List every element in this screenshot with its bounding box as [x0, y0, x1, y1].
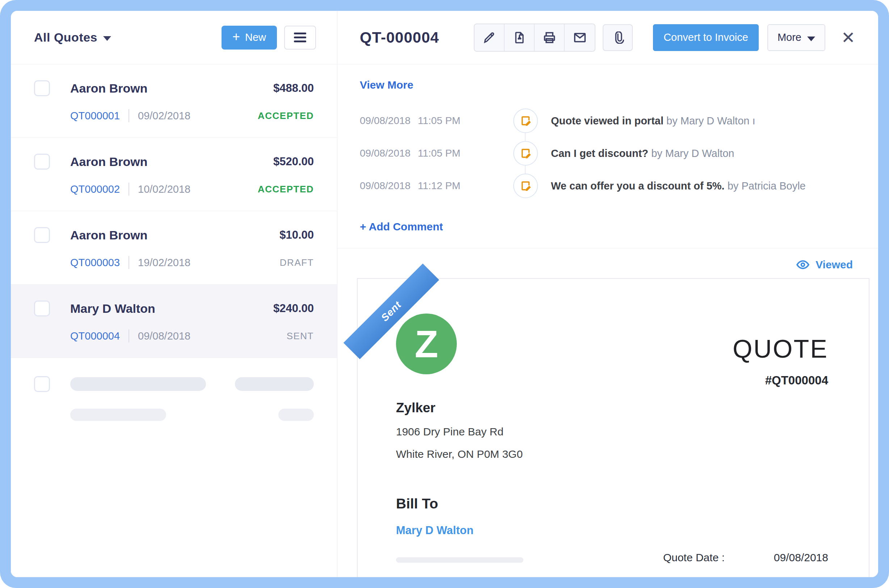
- quotes-list-header: All Quotes + New: [11, 11, 337, 64]
- quote-list-item-loading: [11, 358, 337, 439]
- close-icon[interactable]: ✕: [841, 29, 855, 46]
- quotes-filter-dropdown[interactable]: All Quotes: [34, 30, 111, 45]
- more-button[interactable]: More: [767, 24, 825, 51]
- add-comment-link[interactable]: + Add Comment: [360, 220, 443, 233]
- expiry-date-label: Expiry Date :: [662, 577, 725, 577]
- quote-customer-name: Aaron Brown: [70, 155, 147, 169]
- skeleton-bar: [278, 409, 314, 421]
- edit-button[interactable]: [475, 24, 505, 51]
- paperclip-icon: [612, 32, 624, 44]
- hamburger-icon: [294, 33, 306, 42]
- quote-date-label: Quote Date :: [663, 552, 725, 564]
- quote-amount: $488.00: [273, 82, 314, 95]
- viewed-label: Viewed: [815, 258, 853, 271]
- timeline-time: 11:05 PM: [418, 147, 460, 159]
- chevron-down-icon: [103, 36, 111, 41]
- quote-number-link[interactable]: QT000002: [70, 183, 120, 195]
- quote-date: 19/02/2018: [138, 257, 190, 268]
- quote-document-area: Sent Z QUOTE #QT000004 Zylker 1906 Dry P…: [337, 278, 878, 577]
- quote-list-item[interactable]: Aaron Brown $520.00 QT000002 10/02/2018 …: [11, 138, 337, 211]
- quote-document: Sent Z QUOTE #QT000004 Zylker 1906 Dry P…: [357, 278, 869, 577]
- new-quote-button[interactable]: + New: [221, 26, 277, 50]
- quote-list-item[interactable]: Aaron Brown $10.00 QT000003 19/02/2018 D…: [11, 211, 337, 285]
- quote-dates: Quote Date : 09/08/2018 Expiry Date : 17…: [662, 552, 828, 577]
- quotes-list: Aaron Brown $488.00 QT000001 09/02/2018 …: [11, 64, 337, 577]
- quote-date: 09/08/2018: [138, 330, 190, 342]
- quote-date-value: 09/08/2018: [745, 552, 828, 564]
- timeline-text: We can offer you a discount of 5%. by Pa…: [551, 180, 806, 192]
- timeline-timestamp: 09/08/2018 11:05 PM: [360, 115, 483, 127]
- skeleton-bar: [70, 409, 166, 421]
- company-address-line2: White River, ON P0M 3G0: [396, 448, 828, 460]
- skeleton-bar: [396, 557, 523, 562]
- status-badge: SENT: [287, 330, 314, 342]
- quote-document-header: Z QUOTE #QT000004: [396, 314, 828, 387]
- quote-number-link[interactable]: QT000001: [70, 110, 120, 122]
- pencil-icon: [483, 32, 496, 44]
- quote-amount: $240.00: [273, 302, 314, 315]
- logo-letter: Z: [415, 325, 438, 363]
- quote-number-link[interactable]: QT000004: [70, 330, 120, 342]
- quote-toolbar: [474, 24, 633, 52]
- quotes-filter-label: All Quotes: [34, 30, 97, 45]
- email-button[interactable]: [565, 24, 595, 51]
- window-frame: All Quotes + New Aaron Brown $488.00: [0, 0, 889, 588]
- expiry-date-value: 17/08/2018: [745, 577, 828, 577]
- printer-icon: [543, 31, 556, 44]
- print-button[interactable]: [535, 24, 565, 51]
- quote-date: 09/02/2018: [138, 110, 190, 122]
- quote-title: QT-000004: [360, 29, 439, 46]
- company-logo: Z: [396, 314, 457, 374]
- timeline-author: by Mary D Walton ı: [666, 115, 755, 127]
- divider: [128, 183, 129, 196]
- quote-customer-name: Aaron Brown: [70, 228, 147, 242]
- status-badge: ACCEPTED: [258, 110, 314, 122]
- plus-icon: +: [232, 30, 240, 44]
- timeline-entry: 09/08/2018 11:05 PM Can I get discount? …: [360, 141, 856, 166]
- status-badge: DRAFT: [280, 257, 314, 268]
- document-type-label: QUOTE: [733, 334, 828, 363]
- quote-checkbox[interactable]: [34, 154, 50, 170]
- activity-timeline: 09/08/2018 11:05 PM Quote viewed in port…: [360, 108, 856, 198]
- quote-document-meta: QUOTE #QT000004: [733, 334, 828, 387]
- pdf-file-icon: [513, 32, 526, 44]
- comment-note-icon: [513, 174, 538, 198]
- timeline-time: 11:05 PM: [418, 115, 460, 127]
- status-badge: ACCEPTED: [258, 184, 314, 195]
- attachment-button[interactable]: [603, 24, 633, 51]
- quote-checkbox[interactable]: [34, 376, 50, 392]
- skeleton-bar: [70, 377, 206, 391]
- timeline-text: Can I get discount? by Mary D Walton: [551, 147, 734, 159]
- convert-to-invoice-button[interactable]: Convert to Invoice: [653, 24, 759, 51]
- bill-to-label: Bill To: [396, 496, 828, 512]
- quote-checkbox[interactable]: [34, 80, 50, 96]
- chevron-down-icon: [807, 36, 815, 41]
- timeline-author: by Patricia Boyle: [728, 180, 806, 192]
- timeline-author: by Mary D Walton: [651, 147, 734, 159]
- skeleton-bar: [235, 377, 314, 391]
- bill-to-customer-link[interactable]: Mary D Walton: [396, 524, 474, 537]
- expiry-date-row: Expiry Date : 17/08/2018: [662, 577, 828, 577]
- quote-detail-header: QT-000004: [337, 11, 878, 64]
- quote-amount: $10.00: [280, 228, 314, 242]
- comment-note-icon: [513, 141, 538, 166]
- view-more-link[interactable]: View More: [360, 79, 414, 91]
- company-name: Zylker: [396, 400, 828, 416]
- quote-checkbox[interactable]: [34, 227, 50, 243]
- quote-checkbox[interactable]: [34, 300, 50, 316]
- toolbar-button-group: [474, 24, 596, 52]
- timeline-date: 09/08/2018: [360, 115, 411, 127]
- list-menu-button[interactable]: [284, 26, 316, 50]
- timeline-timestamp: 09/08/2018 11:05 PM: [360, 147, 483, 159]
- address-skeleton: [396, 552, 523, 577]
- quote-number-link[interactable]: QT000003: [70, 257, 120, 268]
- pdf-button[interactable]: [505, 24, 535, 51]
- comment-note-icon: [513, 108, 538, 133]
- quote-list-item-selected[interactable]: Mary D Walton $240.00 QT000004 09/08/201…: [11, 285, 337, 358]
- quote-date: 10/02/2018: [138, 183, 190, 195]
- timeline-date: 09/08/2018: [360, 180, 411, 192]
- timeline-event: Can I get discount?: [551, 147, 648, 159]
- timeline-timestamp: 09/08/2018 11:12 PM: [360, 180, 483, 192]
- quote-list-item[interactable]: Aaron Brown $488.00 QT000001 09/02/2018 …: [11, 64, 337, 138]
- timeline-date: 09/08/2018: [360, 147, 411, 159]
